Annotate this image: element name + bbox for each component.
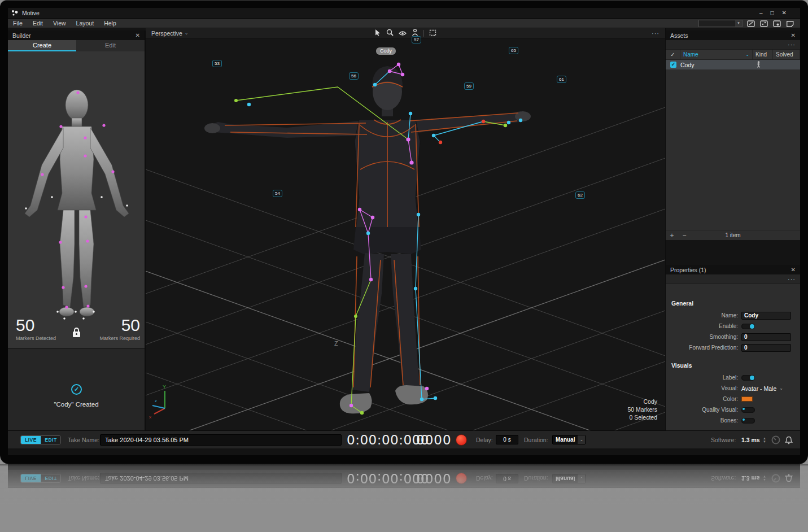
- properties-overflow-icon[interactable]: ···: [666, 274, 800, 284]
- tab-create[interactable]: Create: [8, 40, 76, 51]
- camera-panel-icon[interactable]: [772, 19, 781, 27]
- viewport-header: Perspective ⌄ ···: [146, 28, 665, 38]
- marker-label[interactable]: 61: [557, 76, 566, 83]
- select-tool-icon[interactable]: [374, 28, 381, 38]
- menu-layout[interactable]: Layout: [71, 20, 99, 27]
- view-mode-dropdown[interactable]: Perspective ⌄: [151, 30, 189, 37]
- marquee-select-icon[interactable]: [429, 28, 436, 38]
- marker-stats: 50 Markers Detected 50 Markers Required: [8, 313, 145, 348]
- properties-panel-title: Properties (1): [670, 267, 706, 273]
- mocap-actor[interactable]: [204, 63, 531, 415]
- name-input[interactable]: [741, 312, 791, 320]
- asset-enabled-checkbox[interactable]: ✓: [670, 62, 676, 68]
- notes-panel-icon[interactable]: [785, 19, 794, 27]
- viewport-canvas[interactable]: Z Y x z: [146, 28, 665, 430]
- tab-edit[interactable]: Edit: [76, 40, 145, 51]
- software-latency-value: 1.3 ms: [741, 431, 760, 449]
- svg-text:x: x: [149, 415, 151, 420]
- actor-name-badge[interactable]: Cody: [376, 47, 396, 55]
- lock-icon[interactable]: [72, 327, 81, 340]
- smoothing-input[interactable]: [741, 333, 791, 341]
- control-bar: LIVE EDIT Take Name: 0:00:00:000 0000 De…: [8, 430, 800, 448]
- menu-view[interactable]: View: [48, 20, 71, 27]
- marker-label[interactable]: 57: [412, 36, 421, 43]
- take-name-label: Take Name:: [68, 431, 99, 449]
- visual-dropdown[interactable]: Avatar - Male ⌄: [741, 384, 783, 393]
- menu-file[interactable]: File: [8, 20, 28, 27]
- assets-name-column-header[interactable]: Name ⌄: [680, 50, 753, 59]
- asset-count: 1 item: [666, 232, 800, 238]
- assets-check-column-header[interactable]: ✓: [666, 50, 680, 59]
- forward-prediction-label: Forward Prediction:: [666, 343, 738, 352]
- label-toggle[interactable]: [741, 375, 755, 381]
- markers-detected-value: 50: [16, 317, 56, 334]
- toolbar-separator: [423, 30, 424, 37]
- graph-panel-icon[interactable]: [759, 19, 768, 27]
- builder-panel-header: Builder ✕: [8, 30, 145, 40]
- enable-toggle[interactable]: [741, 324, 755, 329]
- assets-solved-column-header[interactable]: Solved: [773, 50, 800, 59]
- close-button[interactable]: ✕: [782, 9, 787, 17]
- delay-input[interactable]: 0 s: [496, 435, 518, 444]
- minimize-button[interactable]: –: [759, 9, 763, 17]
- live-edit-switch: LIVE EDIT: [20, 435, 61, 444]
- performance-gauge-icon[interactable]: [771, 431, 780, 449]
- properties-close-icon[interactable]: ✕: [791, 267, 796, 273]
- assets-overflow-icon[interactable]: ···: [666, 40, 800, 50]
- builder-close-icon[interactable]: ✕: [136, 32, 140, 38]
- zoom-tool-icon[interactable]: [386, 28, 394, 38]
- stepper-down-icon[interactable]: ▼: [763, 440, 766, 443]
- builder-tabs: Create Edit: [8, 40, 145, 51]
- name-property-label: Name:: [666, 311, 738, 320]
- creation-status-message: "Cody" Created: [8, 401, 145, 408]
- skeleton-kind-icon: [756, 61, 761, 69]
- overlay-selected-count: 0 Selected: [627, 413, 657, 421]
- visual-value: Avatar - Male: [741, 385, 776, 392]
- page-root: Motive – □ ✕ File Edit View Layout Help …: [0, 0, 808, 532]
- viewport-overflow-icon[interactable]: ···: [652, 28, 659, 38]
- marker-label[interactable]: 65: [509, 47, 518, 54]
- axis-gizmo: Y x z: [149, 384, 166, 420]
- assets-name-sort-caret-icon: ⌄: [745, 52, 749, 57]
- viewport-3d[interactable]: Z Y x z: [146, 28, 665, 430]
- bones-toggle[interactable]: [741, 418, 755, 424]
- layout-combobox[interactable]: ▾: [698, 20, 743, 27]
- screen: Motive – □ ✕ File Edit View Layout Help …: [8, 8, 800, 455]
- forward-prediction-input[interactable]: [741, 344, 791, 352]
- menu-help[interactable]: Help: [99, 20, 121, 27]
- overlay-marker-count: 50 Markers: [627, 405, 657, 413]
- menu-edit[interactable]: Edit: [28, 20, 48, 27]
- asset-row[interactable]: ✓ Cody: [666, 60, 800, 69]
- calibration-panel-icon[interactable]: [746, 19, 755, 27]
- marker-label[interactable]: 53: [212, 60, 222, 67]
- duration-select[interactable]: Manual ⌄: [552, 435, 586, 444]
- latency-stepper[interactable]: ▲ ▼: [763, 431, 766, 449]
- color-property-label: Color:: [666, 395, 738, 403]
- enable-property-label: Enable:: [666, 322, 738, 330]
- markers-required-value: 50: [99, 317, 140, 334]
- marker-label[interactable]: 59: [464, 82, 474, 90]
- properties-body: General Name: Enable: Smoothing:: [666, 284, 800, 450]
- visibility-tool-icon[interactable]: [399, 28, 407, 38]
- record-button[interactable]: [456, 434, 467, 446]
- assets-kind-column-header[interactable]: Kind: [753, 50, 773, 59]
- marker-label[interactable]: 54: [273, 190, 282, 197]
- visual-property-row: Visual: Avatar - Male ⌄: [666, 384, 800, 393]
- assets-panel-header: Assets ✕: [666, 30, 800, 40]
- marker-label[interactable]: 62: [575, 191, 585, 199]
- marker-label[interactable]: 56: [349, 72, 359, 80]
- take-name-input[interactable]: [100, 434, 342, 446]
- live-button[interactable]: LIVE: [21, 435, 41, 444]
- assets-close-icon[interactable]: ✕: [791, 32, 796, 38]
- maximize-button[interactable]: □: [771, 9, 774, 17]
- desk-shadow: [0, 464, 808, 466]
- notifications-bell-icon[interactable]: [785, 431, 793, 449]
- edit-button[interactable]: EDIT: [41, 435, 60, 444]
- smoothing-property-label: Smoothing:: [666, 333, 738, 341]
- monitor-frame: Motive – □ ✕ File Edit View Layout Help …: [0, 0, 808, 464]
- quality-visual-toggle[interactable]: [741, 407, 755, 413]
- assets-name-header-label: Name: [683, 51, 698, 58]
- success-check-icon: ✓: [71, 384, 82, 395]
- color-swatch[interactable]: [741, 396, 753, 402]
- svg-text:Y: Y: [163, 384, 166, 390]
